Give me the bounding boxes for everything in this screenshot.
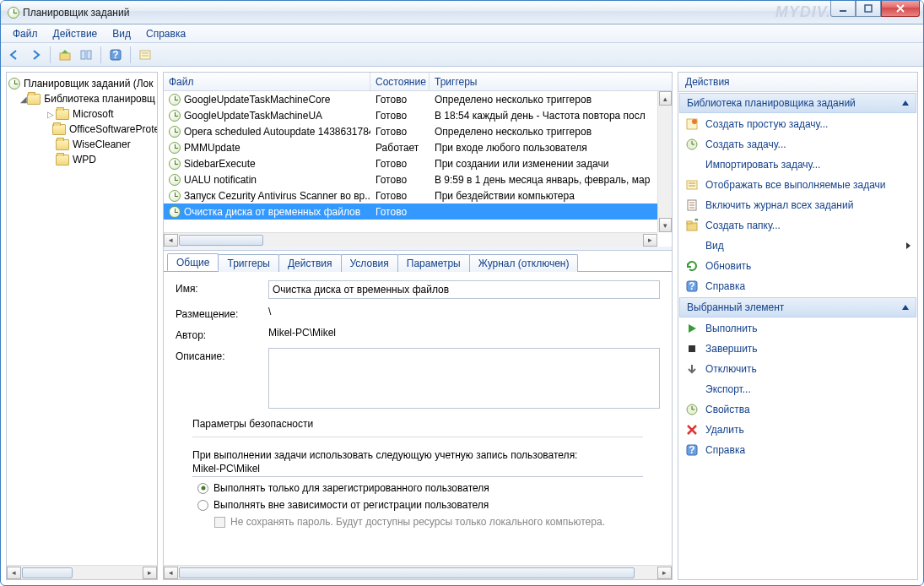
tab-general[interactable]: Общие — [167, 253, 219, 271]
action-item[interactable]: ?Справка — [678, 440, 917, 460]
tab-triggers[interactable]: Триггеры — [218, 254, 279, 272]
forward-button[interactable] — [26, 46, 45, 64]
actions-section-selected[interactable]: Выбранный элемент — [679, 297, 916, 317]
action-item[interactable]: Включить журнал всех заданий — [678, 195, 917, 215]
up-button[interactable] — [56, 46, 74, 64]
task-row[interactable]: Очистка диска от временных файлов Готово — [164, 203, 657, 220]
tab-history[interactable]: Журнал (отключен) — [469, 254, 579, 272]
action-item[interactable]: Удалить — [678, 420, 917, 440]
action-item[interactable]: Выполнить — [678, 318, 917, 339]
tree-root[interactable]: Планировщик заданий (Лок — [8, 76, 155, 91]
action-icon: ? — [685, 443, 699, 457]
action-label: Отключить — [705, 363, 757, 375]
action-item[interactable]: Завершить — [678, 339, 917, 359]
task-trigger: Определено несколько триггеров — [430, 94, 657, 106]
chevron-right-icon — [906, 242, 910, 249]
menu-action[interactable]: Действие — [46, 26, 105, 41]
svg-rect-1 — [865, 5, 872, 12]
task-icon — [169, 158, 181, 170]
action-item[interactable]: Экспорт... — [678, 379, 917, 399]
action-item[interactable]: Свойства — [678, 399, 917, 420]
action-label: Обновить — [705, 260, 751, 272]
task-row[interactable]: UALU notificatin Готово В 9:59 в 1 день … — [164, 171, 657, 187]
tree-item-label: Microsoft — [73, 108, 114, 120]
label-description: Описание: — [176, 348, 268, 362]
svg-rect-0 — [840, 10, 846, 12]
input-description[interactable] — [268, 348, 660, 409]
action-label: Экспорт... — [705, 383, 751, 395]
window-title: Планировщик заданий — [23, 7, 129, 19]
expander-icon[interactable]: ▷ — [46, 110, 56, 119]
main-window: Планировщик заданий MYDIV.NET Файл Дейст… — [0, 0, 924, 586]
tree-item-wpd[interactable]: ▷ WPD — [8, 152, 155, 167]
tabs: Общие Триггеры Действия Условия Параметр… — [164, 251, 672, 271]
task-state: Готово — [370, 158, 430, 170]
col-state[interactable]: Состояние — [370, 73, 430, 90]
svg-rect-15 — [687, 181, 697, 189]
task-row[interactable]: GoogleUpdateTaskMachineUA Готово В 18:54… — [164, 107, 657, 123]
maximize-button[interactable] — [856, 1, 881, 17]
tree-scrollbar[interactable]: ◂▸ — [7, 565, 157, 579]
task-state: Работает — [370, 142, 430, 154]
action-item[interactable]: ?Справка — [678, 276, 917, 296]
task-row[interactable]: Запуск Cezurity Antivirus Scanner во вр.… — [164, 187, 657, 203]
radio-logged-on[interactable] — [197, 483, 208, 494]
task-name: Запуск Cezurity Antivirus Scanner во вр.… — [184, 190, 370, 202]
task-row[interactable]: GoogleUpdateTaskMachineCore Готово Опред… — [164, 91, 657, 107]
tab-settings[interactable]: Параметры — [397, 254, 470, 272]
action-item[interactable]: Отключить — [678, 359, 917, 379]
label-location: Размещение: — [176, 306, 268, 320]
action-item[interactable]: Обновить — [678, 256, 917, 276]
radio-logged-on-label: Выполнять только для зарегистрированного… — [213, 482, 489, 494]
task-scrollbar-v[interactable]: ▴▾ — [657, 91, 672, 232]
radio-whether-logged-label: Выполнять вне зависимости от регистрации… — [213, 499, 489, 511]
task-row[interactable]: SidebarExecute Готово При создании или и… — [164, 155, 657, 171]
task-trigger: В 9:59 в 1 день месяца январь, февраль, … — [430, 174, 657, 186]
panes-button[interactable] — [77, 46, 95, 64]
tab-conditions[interactable]: Условия — [341, 254, 398, 272]
task-name: Opera scheduled Autoupdate 1438631784 — [184, 126, 370, 138]
input-name[interactable] — [268, 280, 660, 299]
actions-panel: Действия Библиотека планировщика заданий… — [678, 72, 918, 580]
action-label: Завершить — [705, 343, 758, 355]
back-button[interactable] — [5, 46, 24, 64]
action-item[interactable]: *Создать папку... — [678, 215, 917, 236]
task-row[interactable]: Opera scheduled Autoupdate 1438631784 Го… — [164, 123, 657, 139]
task-icon — [169, 174, 181, 186]
radio-whether-logged[interactable] — [197, 500, 208, 511]
svg-rect-7 — [140, 51, 150, 59]
tab-content: Имя: Размещение: \ Автор: Mikel-PC\Mikel — [164, 271, 672, 565]
properties-button[interactable] — [136, 46, 154, 64]
detail-scrollbar[interactable]: ◂▸ — [164, 565, 672, 579]
tree-item-office[interactable]: ▷ OfficeSoftwareProtect — [8, 122, 155, 137]
action-icon — [685, 259, 699, 273]
action-item[interactable]: Создать простую задачу... — [678, 114, 917, 134]
task-name: SidebarExecute — [184, 158, 256, 170]
task-scrollbar-h[interactable]: ◂▸ — [164, 232, 657, 247]
close-button[interactable] — [881, 1, 920, 17]
menu-view[interactable]: Вид — [105, 26, 138, 41]
action-item[interactable]: Отображать все выполняемые задачи — [678, 175, 917, 195]
minimize-button[interactable] — [830, 1, 856, 17]
menu-help[interactable]: Справка — [139, 26, 192, 41]
tab-actions[interactable]: Действия — [278, 254, 342, 272]
col-trigger[interactable]: Триггеры — [430, 73, 657, 90]
svg-rect-3 — [81, 51, 85, 59]
task-row[interactable]: PMMUpdate Работает При входе любого поль… — [164, 139, 657, 155]
tree-item-wisecleaner[interactable]: ▷ WiseCleaner — [8, 137, 155, 152]
actions-section-library[interactable]: Библиотека планировщика заданий — [679, 93, 916, 113]
expander-icon[interactable]: ◢ — [20, 95, 27, 104]
col-file[interactable]: Файл — [164, 73, 370, 90]
action-item[interactable]: Создать задачу... — [678, 134, 917, 155]
action-item[interactable]: Вид — [678, 236, 917, 256]
tree-item-microsoft[interactable]: ▷ Microsoft — [8, 106, 155, 122]
menu-file[interactable]: Файл — [6, 26, 45, 41]
action-icon — [685, 362, 699, 376]
action-icon — [685, 423, 699, 437]
tree-library[interactable]: ◢ Библиотека планировщ — [8, 91, 155, 106]
action-item[interactable]: Импортировать задачу... — [678, 155, 917, 175]
action-icon — [685, 178, 699, 192]
svg-point-11 — [692, 119, 697, 124]
task-name: UALU notificatin — [184, 174, 257, 186]
help-button[interactable]: ? — [106, 46, 125, 64]
